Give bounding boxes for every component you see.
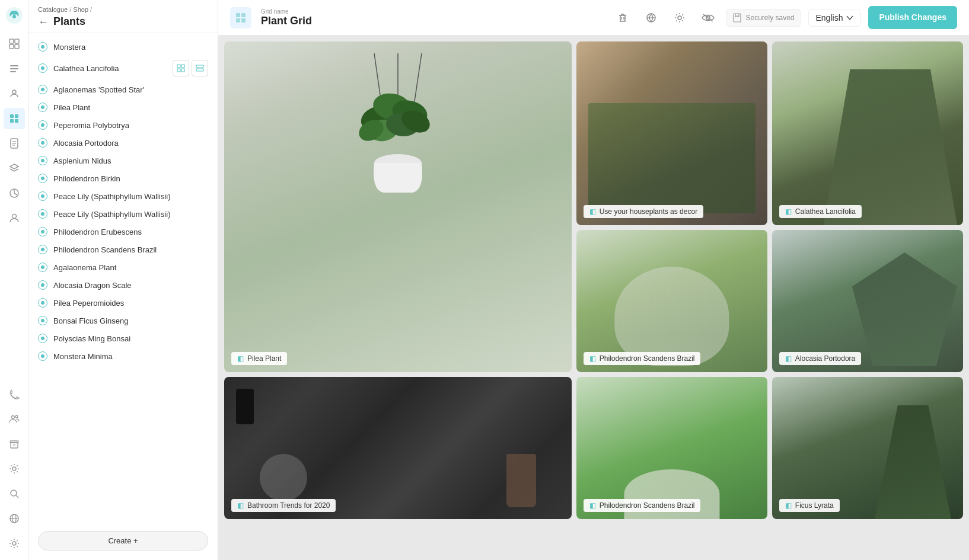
svg-rect-32 bbox=[177, 65, 180, 68]
sidebar-icon-content[interactable] bbox=[4, 58, 25, 79]
sidebar-icon-users-manage[interactable] bbox=[4, 408, 25, 430]
list-item[interactable]: Peperomia Polybotrya bbox=[28, 116, 218, 134]
app-sidebar bbox=[0, 0, 28, 560]
header-title-group: Grid name Plant Grid bbox=[261, 8, 603, 27]
grid-cell-alocasia[interactable]: ◧ Alocasia Portodora bbox=[772, 230, 963, 372]
sidebar-icon-team[interactable] bbox=[4, 83, 25, 104]
saved-status: Securely saved bbox=[726, 9, 801, 27]
sidebar-icon-layers[interactable] bbox=[4, 158, 25, 179]
list-item[interactable]: Pilea Peperomioides bbox=[28, 294, 218, 312]
plant-icon bbox=[38, 85, 47, 94]
publish-button[interactable]: Publish Changes bbox=[868, 6, 957, 28]
cell-icon: ◧ bbox=[237, 501, 244, 510]
list-item[interactable]: Bonsai Ficus Ginseng bbox=[28, 312, 218, 329]
plant-icon bbox=[38, 334, 47, 343]
sidebar-item-label: Alocasia Dragon Scale bbox=[53, 281, 208, 290]
list-item[interactable]: Peace Lily (Spathiphyllum Wallisii) bbox=[28, 187, 218, 205]
plant-icon bbox=[38, 138, 47, 148]
grid-tool-icon[interactable] bbox=[173, 60, 189, 76]
list-item[interactable]: Peace Lily (Spathiphyllum Wallisii) bbox=[28, 205, 218, 223]
grid-cell-philodendron2[interactable]: ◧ Philodendron Scandens Brazil bbox=[576, 377, 767, 519]
plant-icon bbox=[38, 120, 47, 130]
svg-rect-3 bbox=[15, 39, 19, 43]
list-item[interactable]: Monstera Minima bbox=[28, 347, 218, 365]
sidebar-item-label: Aglaonemas 'Spotted Star' bbox=[53, 85, 208, 94]
language-selector[interactable]: English bbox=[808, 9, 862, 27]
header-actions: Securely saved English Publish Changes bbox=[612, 6, 957, 28]
list-item[interactable]: Alocasia Portodora bbox=[28, 134, 218, 152]
sidebar-icon-dashboard[interactable] bbox=[4, 33, 25, 55]
sidebar-icon-analytics[interactable] bbox=[4, 183, 25, 204]
cell-label-text: Alocasia Portodora bbox=[795, 354, 855, 363]
sidebar-item-label: Bonsai Ficus Ginseng bbox=[53, 316, 208, 325]
content-sidebar: Catalogue / Shop / ← Plants Monstera Cal… bbox=[28, 0, 218, 560]
grid-cell-pilea[interactable]: ◧ Pilea Plant bbox=[224, 41, 572, 372]
grid-cell-calathea[interactable]: ◧ Calathea Lancifolia bbox=[772, 41, 963, 225]
settings-button[interactable] bbox=[669, 7, 690, 28]
list-item[interactable]: Aglaonemas 'Spotted Star' bbox=[28, 81, 218, 98]
cell-label-calathea: ◧ Calathea Lancifolia bbox=[779, 205, 862, 218]
svg-rect-8 bbox=[10, 71, 16, 72]
app-logo[interactable] bbox=[5, 6, 24, 25]
grid-cell-ficus[interactable]: ◧ Ficus Lyrata bbox=[772, 377, 963, 519]
sidebar-item-label: Alocasia Portodora bbox=[53, 139, 208, 148]
grid-cell-houseplants[interactable]: ◧ Use your houseplants as decor bbox=[576, 41, 767, 225]
plant-icon bbox=[38, 63, 47, 73]
list-item[interactable]: Monstera bbox=[28, 38, 218, 56]
grid-cell-philodendron-scan[interactable]: ◧ Philodendron Scandens Brazil bbox=[576, 230, 767, 372]
delete-button[interactable] bbox=[612, 7, 633, 28]
sidebar-header: Catalogue / Shop / ← Plants bbox=[28, 0, 218, 33]
list-item[interactable]: Philodendron Scandens Brazil bbox=[28, 241, 218, 258]
main-area: Grid name Plant Grid bbox=[218, 0, 969, 560]
sidebar-icon-document[interactable] bbox=[4, 133, 25, 154]
list-item[interactable]: Asplenium Nidus bbox=[28, 152, 218, 169]
svg-point-20 bbox=[11, 416, 14, 419]
sidebar-icon-search[interactable] bbox=[4, 483, 25, 504]
sidebar-item-label: Peace Lily (Spathiphyllum Wallisii) bbox=[53, 210, 208, 219]
eye-button[interactable] bbox=[697, 7, 719, 28]
sidebar-icon-archive[interactable] bbox=[4, 433, 25, 455]
plant-icon bbox=[38, 298, 47, 308]
cell-label-text: Bathroom Trends for 2020 bbox=[247, 501, 330, 510]
create-button[interactable]: Create + bbox=[38, 531, 208, 551]
list-item[interactable]: Philodendron Birkin bbox=[28, 169, 218, 187]
grid-cell-bathroom[interactable]: ◧ Bathroom Trends for 2020 bbox=[224, 377, 572, 519]
cell-label-text: Calathea Lancifolia bbox=[795, 207, 856, 216]
svg-point-31 bbox=[12, 542, 16, 545]
sidebar-item-label: Polyscias Ming Bonsai bbox=[53, 334, 208, 343]
plant-icon bbox=[38, 209, 47, 219]
language-label: English bbox=[816, 13, 843, 23]
cell-icon: ◧ bbox=[785, 207, 792, 216]
grid-content: ◧ Pilea Plant ◧ Use your houseplants as … bbox=[218, 36, 969, 560]
sidebar-item-label: Philodendron Birkin bbox=[53, 174, 208, 183]
list-item[interactable]: Calathea Lancifolia bbox=[28, 56, 218, 81]
back-button[interactable]: ← bbox=[38, 17, 49, 27]
sidebar-icon-user[interactable] bbox=[4, 207, 25, 229]
list-item[interactable]: Polyscias Ming Bonsai bbox=[28, 329, 218, 347]
sidebar-item-label: Monstera bbox=[53, 43, 208, 52]
list-tool-icon[interactable] bbox=[192, 60, 208, 76]
sidebar-icon-settings[interactable] bbox=[4, 458, 25, 479]
share-button[interactable] bbox=[640, 7, 662, 28]
sidebar-icon-globe[interactable] bbox=[4, 508, 25, 529]
plant-icon bbox=[38, 351, 47, 361]
list-item[interactable]: Alocasia Dragon Scale bbox=[28, 276, 218, 294]
sidebar-item-label: Pilea Plant bbox=[53, 103, 208, 112]
cell-label-pilea: ◧ Pilea Plant bbox=[231, 352, 287, 365]
cell-label-ficus: ◧ Ficus Lyrata bbox=[779, 499, 840, 512]
list-item[interactable]: Philodendron Erubescens bbox=[28, 223, 218, 241]
svg-rect-13 bbox=[15, 119, 18, 123]
svg-rect-49 bbox=[734, 14, 741, 22]
sidebar-icon-grid[interactable] bbox=[4, 108, 25, 129]
grid-label: Grid name bbox=[261, 8, 603, 15]
svg-point-25 bbox=[12, 467, 16, 471]
sidebar-icon-phone[interactable] bbox=[4, 383, 25, 405]
svg-rect-2 bbox=[9, 39, 14, 43]
cell-icon: ◧ bbox=[785, 354, 792, 363]
sidebar-icon-cog-bottom[interactable] bbox=[4, 533, 25, 554]
sidebar-item-label: Asplenium Nidus bbox=[53, 156, 208, 165]
list-item[interactable]: Pilea Plant bbox=[28, 98, 218, 116]
svg-point-46 bbox=[678, 16, 681, 20]
list-item[interactable]: Agalaonema Plant bbox=[28, 258, 218, 276]
top-header: Grid name Plant Grid bbox=[218, 0, 969, 36]
